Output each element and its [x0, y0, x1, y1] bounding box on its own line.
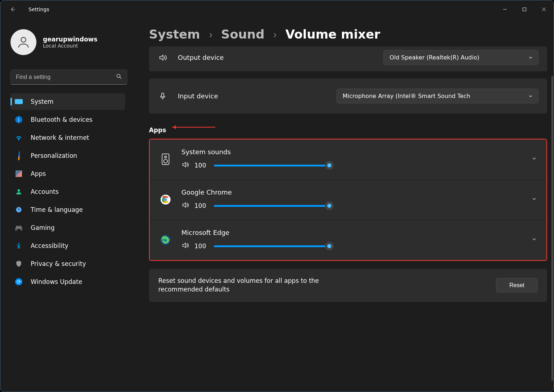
sidebar-item-network[interactable]: Network & internet	[10, 129, 125, 146]
system-icon	[15, 98, 23, 106]
svg-point-13	[164, 159, 168, 163]
accessibility-icon	[15, 242, 23, 250]
search-input[interactable]	[10, 70, 127, 85]
chrome-icon	[159, 193, 172, 206]
sidebar-item-label: Apps	[31, 170, 46, 177]
chevron-down-icon[interactable]	[531, 196, 537, 203]
output-device-label: Output device	[178, 54, 236, 61]
sidebar-item-label: Network & internet	[31, 134, 89, 141]
minimize-button[interactable]	[495, 2, 515, 17]
sidebar-item-bluetooth[interactable]: ᛒ Bluetooth & devices	[10, 111, 125, 128]
input-device-label: Input device	[178, 92, 236, 100]
svg-point-5	[117, 74, 120, 77]
avatar	[10, 29, 36, 55]
svg-line-6	[120, 77, 121, 79]
sidebar-item-gaming[interactable]: 🎮 Gaming	[10, 219, 125, 236]
volume-icon[interactable]	[181, 241, 189, 251]
bluetooth-icon: ᛒ	[15, 116, 23, 124]
wifi-icon	[15, 134, 23, 142]
sidebar-item-update[interactable]: ⟳ Windows Update	[10, 273, 125, 290]
sidebar-item-accounts[interactable]: Accounts	[10, 183, 125, 200]
sidebar-item-accessibility[interactable]: Accessibility	[10, 237, 125, 254]
svg-point-7	[18, 189, 20, 192]
volume-icon[interactable]	[181, 161, 189, 170]
chevron-right-icon	[272, 27, 278, 41]
volume-value: 100	[194, 162, 209, 169]
volume-slider[interactable]	[214, 161, 329, 169]
volume-value: 100	[194, 202, 209, 209]
chevron-down-icon[interactable]	[531, 236, 537, 244]
volume-slider[interactable]	[214, 202, 329, 210]
settings-window: Settings gearupwindows Local Accou	[0, 0, 554, 392]
shield-icon	[15, 260, 23, 268]
input-device-value: Microphone Array (Intel® Smart Sound Tec…	[343, 93, 470, 99]
reset-description: Reset sound devices and volumes for all …	[158, 277, 360, 294]
svg-point-12	[164, 156, 166, 157]
app-name: Microsoft Edge	[181, 229, 522, 236]
apps-section-title: Apps	[149, 126, 166, 134]
speaker-icon	[158, 53, 168, 62]
apps-icon	[15, 170, 23, 178]
chevron-down-icon[interactable]	[531, 156, 537, 163]
input-device-card: Input device Microphone Array (Intel® Sm…	[149, 79, 547, 113]
breadcrumb-system[interactable]: System	[149, 27, 200, 41]
gamepad-icon: 🎮	[15, 224, 23, 232]
profile-subtitle: Local Account	[43, 43, 97, 49]
sidebar-item-label: Accounts	[31, 188, 59, 195]
sidebar: gearupwindows Local Account System ᛒ Blu…	[0, 18, 134, 392]
search-box	[10, 70, 127, 85]
app-row-chrome[interactable]: Google Chrome 100	[150, 180, 546, 220]
reset-row: Reset sound devices and volumes for all …	[149, 269, 547, 302]
volume-icon[interactable]	[181, 201, 189, 210]
sidebar-item-label: Personalization	[31, 152, 77, 159]
app-row-system-sounds[interactable]: System sounds 100	[150, 139, 546, 180]
profile-block[interactable]: gearupwindows Local Account	[10, 29, 127, 55]
svg-rect-10	[162, 93, 164, 97]
sidebar-item-label: System	[31, 98, 53, 105]
svg-rect-1	[523, 8, 526, 11]
sidebar-item-label: Gaming	[31, 224, 54, 231]
titlebar: Settings	[0, 0, 554, 18]
volume-slider[interactable]	[214, 242, 329, 250]
app-title: Settings	[28, 6, 49, 12]
output-device-select[interactable]: Old Speaker (Realtek(R) Audio)	[383, 50, 538, 65]
chevron-right-icon	[207, 27, 214, 41]
sidebar-item-label: Windows Update	[31, 278, 82, 285]
sidebar-item-label: Bluetooth & devices	[31, 116, 92, 123]
svg-point-4	[21, 37, 26, 42]
update-icon: ⟳	[15, 278, 23, 286]
back-button[interactable]	[7, 4, 18, 15]
input-device-select[interactable]: Microphone Array (Intel® Smart Sound Tec…	[337, 89, 538, 103]
breadcrumb-sound[interactable]: Sound	[221, 27, 265, 41]
sidebar-item-apps[interactable]: Apps	[10, 165, 125, 182]
sidebar-item-label: Time & language	[31, 206, 83, 213]
output-device-card: Output device Old Speaker (Realtek(R) Au…	[149, 46, 547, 71]
search-icon	[116, 73, 122, 81]
breadcrumb-current: Volume mixer	[285, 27, 380, 41]
app-name: Google Chrome	[181, 188, 522, 196]
svg-point-17	[165, 199, 167, 200]
close-button[interactable]	[534, 2, 554, 17]
sidebar-item-personalization[interactable]: 🖌️ Personalization	[10, 147, 125, 164]
output-device-value: Old Speaker (Realtek(R) Audio)	[390, 54, 479, 61]
scrollbar[interactable]	[551, 76, 553, 381]
app-name: System sounds	[181, 148, 522, 156]
microphone-icon	[158, 92, 168, 101]
annotation-arrow	[172, 127, 215, 128]
volume-value: 100	[194, 242, 209, 250]
app-row-edge[interactable]: Microsoft Edge 100	[150, 220, 546, 260]
speaker-device-icon	[159, 153, 172, 166]
maximize-button[interactable]	[515, 2, 534, 17]
reset-button[interactable]: Reset	[496, 278, 538, 293]
sidebar-item-privacy[interactable]: Privacy & security	[10, 255, 125, 272]
sidebar-item-system[interactable]: System	[10, 93, 125, 110]
breadcrumb: System Sound Volume mixer	[149, 27, 547, 41]
profile-name: gearupwindows	[43, 36, 97, 43]
person-icon	[15, 188, 23, 196]
edge-icon	[159, 233, 172, 246]
sidebar-item-time[interactable]: Time & language	[10, 201, 125, 218]
main-content: System Sound Volume mixer Output device	[134, 18, 554, 392]
sidebar-item-label: Privacy & security	[31, 260, 86, 267]
svg-point-9	[18, 243, 19, 244]
brush-icon: 🖌️	[13, 150, 25, 161]
